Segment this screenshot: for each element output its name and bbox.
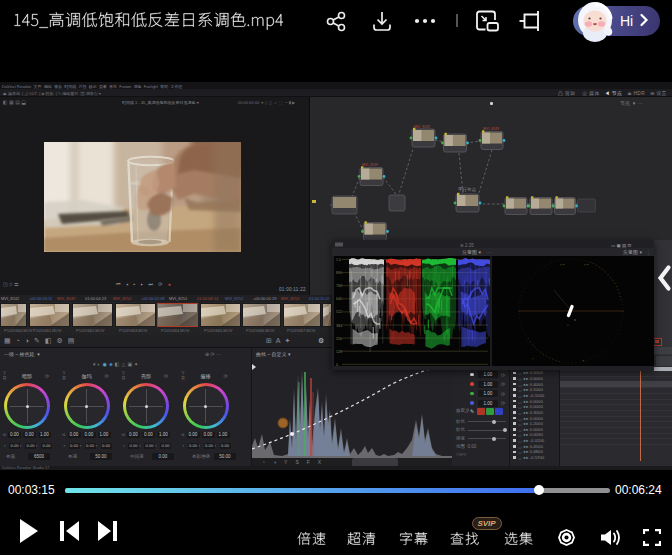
svg-text:768: 768 [336, 284, 342, 288]
svg-text:▭ ▣ ▤ ⊟: ▭ ▣ ▤ ⊟ [611, 243, 632, 248]
svg-text:⌐¬: ⌐¬ [584, 262, 589, 267]
svg-text:896: 896 [336, 271, 342, 275]
svg-text:⊕ 2.35: ⊕ 2.35 [460, 243, 474, 248]
svg-text:384: 384 [336, 324, 342, 328]
svg-text:0: 0 [336, 363, 338, 367]
svg-text:640: 640 [336, 297, 342, 301]
svg-text:⋯: ⋯ [487, 249, 492, 255]
svg-text:1.0: 1.0 [336, 258, 341, 262]
svg-text:128: 128 [336, 350, 342, 354]
svg-text:256: 256 [336, 337, 342, 341]
svg-text:矢量图 ▾: 矢量图 ▾ [623, 249, 642, 256]
svg-text:512: 512 [336, 310, 342, 314]
svg-text:⌐¬: ⌐¬ [560, 262, 565, 267]
svg-text:MVI_8249: MVI_8249 [414, 125, 430, 129]
svg-text:平行节点: 平行节点 [458, 187, 477, 192]
svg-text:分量图 ▾: 分量图 ▾ [462, 249, 481, 256]
svg-text:⋮: ⋮ [646, 249, 651, 255]
svg-text:MVI_8249: MVI_8249 [362, 163, 378, 167]
svg-text:MVI_8249: MVI_8249 [483, 127, 499, 131]
